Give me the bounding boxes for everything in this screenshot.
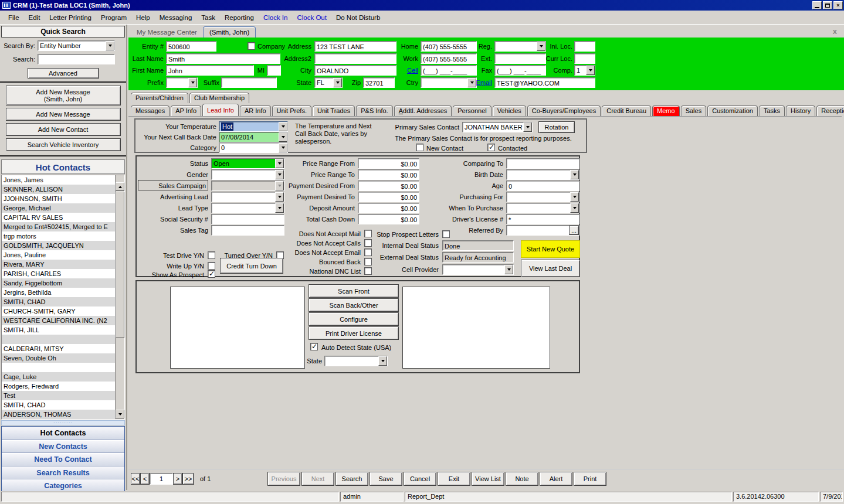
action-button[interactable]: Cancel (404, 472, 436, 486)
action-button[interactable]: Search (335, 472, 368, 486)
home-phone-field[interactable]: (407) 555-5555 (421, 41, 477, 52)
restore-button[interactable] (823, 1, 832, 9)
sidebar-action-button[interactable]: Add New Message (Smith, John) (6, 86, 121, 105)
list-item[interactable]: Seven, Double Oh (2, 353, 115, 363)
menu-item[interactable]: Do Not Disturb (331, 12, 385, 23)
ini-loc-field[interactable] (574, 41, 595, 52)
detail-tab[interactable]: P&S Info. (356, 105, 392, 116)
curr-loc-field[interactable] (574, 53, 595, 64)
external-deal-status-field[interactable]: Ready for Accounting (442, 252, 514, 263)
address2-field[interactable] (314, 53, 396, 64)
list-item[interactable]: Jones, James (2, 175, 115, 185)
detail-tab[interactable]: Sales (681, 105, 707, 116)
internal-deal-status-field[interactable]: Done (442, 240, 514, 251)
suffix-field[interactable] (221, 77, 277, 88)
detail-tab[interactable]: Addtl. Addresses (394, 105, 452, 116)
list-item[interactable]: Jones, Pauline (2, 250, 115, 260)
fax-field[interactable]: (___) ___-____ (494, 65, 546, 76)
detail-tab[interactable]: Personnel (453, 105, 492, 116)
category-dropdown[interactable]: 0 (219, 142, 288, 153)
detail-tab[interactable]: Parents/Children (131, 93, 188, 103)
state-dropdown[interactable]: FL (314, 77, 343, 88)
detail-tab[interactable]: Co-Buyers/Employees (527, 105, 601, 116)
email-link[interactable]: Email (472, 77, 492, 88)
menu-item[interactable]: Clock In (259, 12, 293, 23)
close-button[interactable]: × (833, 1, 843, 9)
address-field[interactable]: 123 TEST LANE (314, 41, 396, 52)
auto-detect-state-checkbox[interactable] (310, 343, 318, 350)
chevron-down-icon[interactable] (106, 41, 114, 50)
ctry-dropdown[interactable] (421, 77, 477, 88)
comparing-to-field[interactable] (506, 158, 579, 169)
list-item[interactable]: SMITH, CHAD (2, 297, 115, 307)
scroll-down-icon[interactable] (116, 410, 124, 418)
list-item[interactable]: CAPITAL RV SALES (2, 213, 115, 222)
referred-by-more-button[interactable]: ... (569, 226, 579, 235)
list-item[interactable]: GOLDSMITH, JACQUELYN (2, 241, 115, 250)
list-item[interactable]: trgp motors (2, 231, 115, 241)
menu-item[interactable]: Help (131, 12, 155, 23)
email-field[interactable]: TEST@YAHOO.COM (494, 77, 595, 88)
purchasing-for-dropdown[interactable] (506, 192, 579, 202)
drivers-license-field[interactable]: * (506, 214, 579, 224)
detail-tab[interactable]: Unit Trades (313, 105, 355, 116)
tab-close-icon[interactable]: x (833, 28, 837, 35)
city-field[interactable]: ORALNDO (314, 65, 396, 76)
menu-item[interactable]: Letter Printing (45, 12, 96, 23)
record-number-field[interactable]: 1 (150, 473, 173, 485)
menu-item[interactable]: Task (196, 12, 220, 23)
sidebar-action-button[interactable]: Search Vehicle Inventory (6, 138, 121, 151)
sidebar-action-button[interactable]: Add New Message (6, 108, 121, 121)
scan-button[interactable]: Scan Back/Other (309, 298, 399, 312)
detail-tab[interactable]: AP Info (171, 105, 201, 116)
last-record-button[interactable]: >> (182, 473, 194, 485)
entity-field[interactable]: 500600 (166, 41, 216, 52)
sidebar-nav-bar[interactable]: New Contacts (2, 440, 124, 454)
callback-date-dropdown[interactable]: 07/08/2014 (219, 132, 288, 142)
detail-tab[interactable]: Reception (816, 105, 844, 116)
prefix-dropdown[interactable] (166, 77, 198, 88)
list-item[interactable]: PARISH, CHARLES (2, 269, 115, 278)
rotation-button[interactable]: Rotation (538, 121, 575, 133)
sidebar-nav-bar[interactable]: Search Results (2, 466, 124, 480)
cell-link[interactable]: Cell (394, 65, 418, 76)
sidebar-action-button[interactable]: Add New Contact (6, 123, 121, 136)
detail-tab[interactable]: Messages (131, 105, 170, 116)
scrollbar[interactable] (115, 175, 124, 419)
next-record-button[interactable]: > (173, 473, 182, 485)
detail-tab[interactable]: Memo (652, 105, 680, 116)
action-button[interactable]: Note (506, 472, 538, 486)
prev-record-button[interactable]: < (140, 473, 150, 485)
list-item[interactable]: Jergins, Bethilda (2, 288, 115, 297)
list-item[interactable]: WESTCARE CALIFORNIA INC. (N2 (2, 316, 115, 325)
scan-button[interactable]: Configure (309, 312, 399, 326)
list-item[interactable]: Cage, Luke (2, 372, 115, 382)
splitter-handle[interactable] (1, 420, 125, 425)
menu-item[interactable]: File (4, 12, 24, 23)
start-new-quote-button[interactable]: Start New Quote (521, 240, 580, 258)
stop-prospect-letters-checkbox[interactable] (442, 230, 450, 238)
action-button[interactable]: Exit (438, 472, 470, 486)
reg-dropdown[interactable] (494, 41, 546, 52)
list-item[interactable]: SMITH, JILL (2, 325, 115, 335)
company-checkbox[interactable] (248, 42, 255, 50)
birth-date-dropdown[interactable] (506, 169, 579, 180)
main-tab[interactable]: (Smith, John) (203, 26, 256, 38)
scan-state-dropdown[interactable] (324, 356, 388, 366)
cell-provider-dropdown[interactable] (442, 264, 514, 275)
detail-tab[interactable]: Tasks (759, 105, 785, 116)
list-item[interactable]: Test (2, 391, 115, 400)
sidebar-nav-bar[interactable]: Hot Contacts (2, 427, 124, 440)
menu-item[interactable]: Program (96, 12, 131, 23)
action-button[interactable]: Save (370, 472, 402, 486)
sidebar-nav-bar[interactable]: Need To Contact (2, 453, 124, 466)
list-item[interactable]: Rivera, MARY (2, 260, 115, 269)
detail-tab[interactable]: Club Membership (189, 93, 249, 103)
view-last-deal-button[interactable]: View Last Deal (521, 260, 580, 277)
first-name-field[interactable]: John (166, 65, 254, 76)
zip-field[interactable]: 32701 (363, 77, 395, 88)
advanced-button[interactable]: Advanced (28, 68, 99, 79)
search-by-dropdown[interactable]: Entity Number (38, 40, 115, 51)
list-item[interactable]: Rodgers, Fredward (2, 382, 115, 391)
list-item[interactable]: ANDERSON, THOMAS (2, 410, 115, 419)
